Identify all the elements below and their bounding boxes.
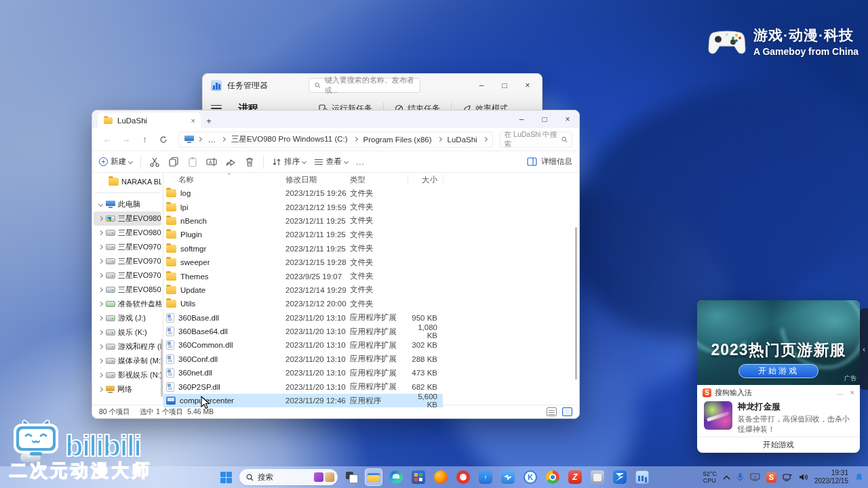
edge-browser-taskbar-button[interactable] [387,468,405,486]
file-row[interactable]: 360net.dll2023/11/20 13:10应用程序扩展473 KB [163,366,579,380]
file-row[interactable]: nBench2023/12/11 19:25文件夹 [163,214,579,228]
breadcrumb[interactable]: … 三星EVO980 Pro Windows11 (C:) Program Fi… [178,131,492,148]
task-view-taskbar-button[interactable] [342,468,360,486]
firefox-browser-taskbar-button[interactable] [432,468,450,486]
task-manager-search-input[interactable]: 键入要搜索的名称、发布者或... [309,78,420,93]
file-row[interactable]: lpi2023/12/12 19:59文件夹 [163,200,579,214]
file-explorer-taskbar-button[interactable] [365,468,382,486]
sidebar-item-drive[interactable]: 游戏 (J:) [94,311,161,325]
app-grid-taskbar-button[interactable] [410,468,427,486]
column-header-size[interactable]: 大小 [408,175,441,185]
sidebar-item-drive[interactable]: 游戏和程序 (L: [94,340,161,354]
sidebar-item-drive[interactable]: 三星EVO970剩 [94,254,161,268]
column-header-date[interactable]: 修改日期 [285,175,350,185]
list-scrollbar[interactable] [575,227,577,380]
more-options-button[interactable]: ... [837,388,843,396]
tray-overflow-chevron-icon[interactable] [723,475,730,480]
sidebar-item-drive[interactable]: 准备软件盘格式 [94,297,161,311]
minimize-button[interactable]: – [510,110,533,128]
up-button[interactable]: ↑ [137,131,153,148]
sogou-ime-tray-icon[interactable]: S [766,472,776,483]
opera-browser-taskbar-button[interactable] [454,468,472,486]
cpu-temp-badge[interactable]: 52°C CPU [703,470,717,485]
sidebar-item-drive[interactable]: 三星EVO980 [94,226,161,240]
game-thumbnail[interactable] [704,401,732,430]
maximize-button[interactable]: □ [493,74,516,97]
new-tab-button[interactable]: + [201,116,217,128]
close-button[interactable]: × [556,110,579,128]
clock[interactable]: 19:31 2023/12/15 [814,469,848,486]
slide-out-handle[interactable]: ‹ [860,308,868,390]
details-view-button[interactable] [547,407,557,416]
breadcrumb-segment[interactable]: 三星EVO980 Pro Windows11 (C:) [229,134,350,145]
sidebar-item-drive[interactable]: 娱乐 (K:) [94,325,161,340]
column-divider[interactable] [408,175,408,184]
column-header-type[interactable]: 类型 [350,175,408,185]
file-row[interactable]: 360Conf.dll2023/11/20 13:10应用程序扩展288 KB [163,352,579,366]
file-explorer-window[interactable]: LuDaShi × + – □ × ← → ↑ … 三星EVO980 Pro W [92,110,580,419]
sidebar-item-pinned-folder[interactable]: NARAKA BLAD [94,174,161,188]
sidebar-item-drive[interactable]: 影视娱乐 (N:) [94,368,161,382]
file-row[interactable]: 360P2SP.dll2023/11/20 13:10应用程序扩展682 KB [163,380,579,393]
new-button[interactable]: + 新建 [99,157,132,167]
maximize-button[interactable]: □ [533,110,556,128]
minimize-button[interactable]: – [470,74,493,97]
copy-icon[interactable] [168,157,179,167]
network-icon[interactable] [783,473,793,481]
blue-bird-app-taskbar-button[interactable] [499,468,517,486]
breadcrumb-segment[interactable]: Program Files (x86) [361,135,434,144]
close-button[interactable]: × [516,74,539,97]
sidebar-item-drive[interactable]: 三星EVO980 [94,211,161,226]
file-row[interactable]: 360Common.dll2023/11/20 13:10应用程序扩展302 K… [163,338,579,352]
share-icon[interactable] [225,157,236,167]
file-row[interactable]: Themes2023/9/25 19:07文件夹 [163,269,579,283]
details-pane-button[interactable]: 详细信息 [527,157,572,167]
file-row[interactable]: 360Base.dll2023/11/20 13:10应用程序扩展950 KB [163,311,579,325]
cut-icon[interactable] [149,157,160,167]
column-divider[interactable] [443,175,443,184]
sidebar-item-drive[interactable]: 媒体录制 (M:) [94,354,161,368]
sidebar-item-drive[interactable]: 三星EVO970剩 [94,268,161,283]
tab-close-icon[interactable]: × [191,117,195,125]
column-divider[interactable] [350,175,351,184]
speaker-icon[interactable] [799,473,808,481]
blue-lightning-app-taskbar-button[interactable] [477,468,494,486]
more-options-button[interactable]: ... [356,158,365,166]
file-row[interactable]: Utils2023/12/12 20:00文件夹 [163,297,579,310]
column-header-name[interactable]: 名称 [163,175,285,185]
chrome-browser-taskbar-button[interactable] [544,468,561,486]
ad-play-button[interactable]: 开始游戏 [738,364,818,378]
notification-bell-icon[interactable] [854,472,864,482]
paste-icon[interactable] [187,157,198,167]
ad-banner-image[interactable]: 2023热门页游新服 开始游戏 广告 [697,300,860,385]
k-player-app-taskbar-button[interactable]: K [521,468,539,486]
large-icons-view-button[interactable] [562,407,572,416]
back-button[interactable]: ← [99,131,115,148]
delete-icon[interactable] [244,157,255,167]
file-row[interactable]: Update2023/12/14 19:29文件夹 [163,283,579,297]
breadcrumb-segment[interactable]: LuDaShi [446,135,479,144]
close-button[interactable]: × [850,388,854,396]
task-manager-taskbar-button[interactable] [633,468,651,486]
start-game-button[interactable]: 开始游戏 [697,436,860,453]
sidebar-item-this-pc[interactable]: 此电脑 [94,197,161,211]
explorer-tab[interactable]: LuDaShi × [98,113,201,128]
explorer-search-input[interactable]: 在 LuDaShi 中搜索 [500,131,572,148]
sidebar-item-drive[interactable]: 三星EVO850 [94,283,161,297]
sort-button[interactable]: 排序 [272,157,306,167]
file-row[interactable]: sweeper2023/12/15 19:28文件夹 [163,256,579,269]
start-button[interactable] [217,468,235,486]
refresh-button[interactable] [156,131,172,148]
file-row[interactable]: log2023/12/15 19:26文件夹 [163,186,579,200]
sidebar-scrollbar[interactable] [161,339,163,396]
sidebar-item-network[interactable]: 网络 [94,382,161,396]
view-button[interactable]: 查看 [314,157,348,167]
forward-button[interactable]: → [118,131,134,148]
ad-popup[interactable]: 2023热门页游新服 开始游戏 广告 S 搜狗输入法 ... × 神龙打金服 装… [697,300,860,453]
rename-icon[interactable]: A [206,157,217,167]
red-media-app-taskbar-button[interactable]: Z [566,468,584,486]
file-row[interactable]: Plugin2023/12/11 19:25文件夹 [163,228,579,241]
clipboard-app-taskbar-button[interactable] [589,468,606,486]
file-row[interactable]: softmgr2023/12/11 19:25文件夹 [163,242,579,256]
microphone-icon[interactable] [736,472,744,482]
